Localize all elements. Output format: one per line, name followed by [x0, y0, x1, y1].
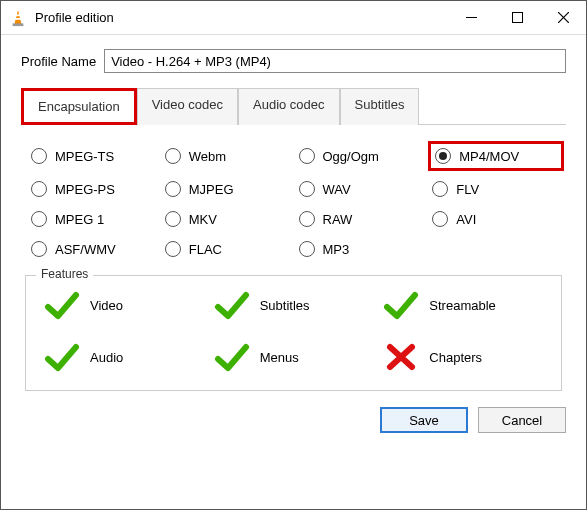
features-groupbox: Features Video Subtitles Streamable Audi…	[25, 275, 562, 391]
features-legend: Features	[36, 267, 93, 281]
radio-icon	[432, 181, 448, 197]
radio-mkv[interactable]: MKV	[165, 211, 289, 227]
radio-label: Webm	[189, 149, 226, 164]
radio-icon	[299, 211, 315, 227]
checkmark-icon	[44, 290, 80, 320]
radio-mp4-mov[interactable]: MP4/MOV	[428, 141, 564, 171]
radio-avi[interactable]: AVI	[432, 211, 556, 227]
svg-rect-2	[15, 18, 21, 20]
profile-name-input[interactable]	[104, 49, 566, 73]
cross-icon	[383, 342, 419, 372]
tab-encapsulation[interactable]: Encapsulation	[21, 88, 137, 125]
titlebar: Profile edition	[1, 1, 586, 35]
radio-raw[interactable]: RAW	[299, 211, 423, 227]
save-button[interactable]: Save	[380, 407, 468, 433]
radio-mpeg-1[interactable]: MPEG 1	[31, 211, 155, 227]
radio-icon	[31, 148, 47, 164]
svg-rect-0	[13, 23, 24, 26]
radio-mjpeg[interactable]: MJPEG	[165, 181, 289, 197]
radio-flac[interactable]: FLAC	[165, 241, 289, 257]
radio-label: ASF/WMV	[55, 242, 116, 257]
radio-icon	[165, 241, 181, 257]
feature-chapters: Chapters	[383, 342, 543, 372]
radio-label: FLAC	[189, 242, 222, 257]
encapsulation-radio-group: MPEG-TS Webm Ogg/Ogm MP4/MOV MPEG-PS MJP…	[21, 137, 566, 275]
radio-icon	[31, 211, 47, 227]
feature-video: Video	[44, 290, 204, 320]
minimize-button[interactable]	[448, 1, 494, 35]
radio-mp3[interactable]: MP3	[299, 241, 423, 257]
profile-name-row: Profile Name	[21, 49, 566, 73]
radio-mpeg-ps[interactable]: MPEG-PS	[31, 181, 155, 197]
radio-icon	[299, 148, 315, 164]
radio-icon	[299, 241, 315, 257]
feature-label: Menus	[260, 350, 299, 365]
checkmark-icon	[383, 290, 419, 320]
radio-label: MP4/MOV	[459, 149, 519, 164]
radio-wav[interactable]: WAV	[299, 181, 423, 197]
feature-menus: Menus	[214, 342, 374, 372]
radio-icon	[165, 148, 181, 164]
feature-streamable: Streamable	[383, 290, 543, 320]
feature-audio: Audio	[44, 342, 204, 372]
radio-label: MPEG-TS	[55, 149, 114, 164]
radio-label: RAW	[323, 212, 353, 227]
svg-rect-1	[16, 14, 21, 16]
radio-icon	[31, 241, 47, 257]
feature-label: Chapters	[429, 350, 482, 365]
tab-audio-codec[interactable]: Audio codec	[238, 88, 340, 125]
radio-ogg[interactable]: Ogg/Ogm	[299, 145, 423, 167]
radio-icon	[165, 181, 181, 197]
close-button[interactable]	[540, 1, 586, 35]
tab-bar: Encapsulation Video codec Audio codec Su…	[21, 87, 566, 125]
radio-webm[interactable]: Webm	[165, 145, 289, 167]
tab-video-codec[interactable]: Video codec	[137, 88, 238, 125]
maximize-button[interactable]	[494, 1, 540, 35]
radio-icon	[432, 211, 448, 227]
checkmark-icon	[44, 342, 80, 372]
dialog-footer: Save Cancel	[1, 391, 586, 451]
feature-label: Audio	[90, 350, 123, 365]
radio-icon	[31, 181, 47, 197]
feature-label: Video	[90, 298, 123, 313]
radio-label: Ogg/Ogm	[323, 149, 379, 164]
radio-label: MJPEG	[189, 182, 234, 197]
radio-label: WAV	[323, 182, 351, 197]
window-title: Profile edition	[35, 10, 448, 25]
vlc-cone-icon	[9, 9, 27, 27]
radio-label: MPEG-PS	[55, 182, 115, 197]
tab-subtitles[interactable]: Subtitles	[340, 88, 420, 125]
svg-rect-4	[512, 13, 522, 23]
radio-mpeg-ts[interactable]: MPEG-TS	[31, 145, 155, 167]
radio-label: FLV	[456, 182, 479, 197]
radio-label: MKV	[189, 212, 217, 227]
radio-flv[interactable]: FLV	[432, 181, 556, 197]
checkmark-icon	[214, 342, 250, 372]
radio-label: MPEG 1	[55, 212, 104, 227]
radio-label: MP3	[323, 242, 350, 257]
radio-icon	[165, 211, 181, 227]
radio-icon	[435, 148, 451, 164]
profile-name-label: Profile Name	[21, 54, 96, 69]
radio-icon	[299, 181, 315, 197]
checkmark-icon	[214, 290, 250, 320]
radio-label: AVI	[456, 212, 476, 227]
cancel-button[interactable]: Cancel	[478, 407, 566, 433]
radio-asf-wmv[interactable]: ASF/WMV	[31, 241, 155, 257]
feature-label: Streamable	[429, 298, 495, 313]
feature-label: Subtitles	[260, 298, 310, 313]
feature-subtitles: Subtitles	[214, 290, 374, 320]
